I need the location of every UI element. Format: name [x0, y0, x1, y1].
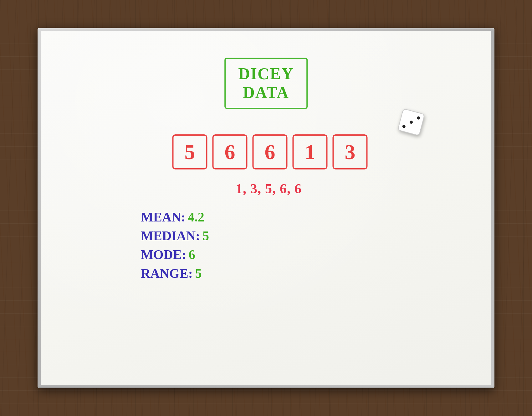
roll-number-4: 3 [345, 141, 355, 163]
dice-container [400, 111, 422, 133]
stat-mean: MEAN : 4.2 [141, 210, 209, 225]
stat-mode-label: MODE [141, 247, 182, 262]
stat-mode-colon: : [182, 247, 186, 262]
whiteboard-outer: DICEY DATA 5 6 6 1 [38, 28, 494, 388]
title-text: DICEY DATA [238, 65, 294, 102]
stat-median-label: MEDIAN [141, 228, 196, 243]
dice-dot-1 [417, 116, 420, 120]
dice [397, 108, 425, 136]
dice-rolls: 5 6 6 1 3 [172, 134, 367, 169]
roll-box-1: 6 [212, 134, 247, 169]
stat-mean-colon: : [181, 210, 185, 225]
sorted-label-text: 1, 3, 5, 6, 6 [236, 181, 302, 196]
roll-box-4: 3 [332, 134, 367, 169]
roll-number-0: 5 [184, 141, 195, 163]
stat-mean-label: MEAN [141, 210, 181, 225]
stat-median: MEDIAN : 5 [141, 228, 209, 243]
stat-range-label: RANGE [141, 266, 188, 281]
roll-number-1: 6 [224, 141, 235, 163]
stat-range: RANGE : 5 [141, 266, 209, 281]
stat-mean-value: 4.2 [188, 210, 204, 225]
stat-mode: MODE : 6 [141, 247, 209, 262]
roll-number-2: 6 [264, 141, 275, 163]
stat-mode-value: 6 [189, 247, 195, 262]
sorted-values: 1, 3, 5, 6, 6 [236, 181, 302, 197]
roll-number-3: 1 [304, 141, 315, 163]
title-line2: DATA [243, 84, 289, 101]
whiteboard-surface: DICEY DATA 5 6 6 1 [41, 31, 491, 385]
title-line1: DICEY [238, 65, 294, 83]
roll-box-3: 1 [292, 134, 327, 169]
roll-box-2: 6 [252, 134, 287, 169]
stats-container: MEAN : 4.2 MEDIAN : 5 MODE : 6 RANGE : 5 [141, 210, 209, 281]
dice-dot-2 [409, 120, 413, 124]
title-box: DICEY DATA [224, 58, 308, 109]
stat-range-colon: : [188, 266, 193, 281]
roll-box-0: 5 [172, 134, 207, 169]
stat-median-value: 5 [202, 228, 209, 243]
dice-dot-3 [402, 124, 406, 128]
stat-range-value: 5 [195, 266, 202, 281]
stat-median-colon: : [196, 228, 200, 243]
